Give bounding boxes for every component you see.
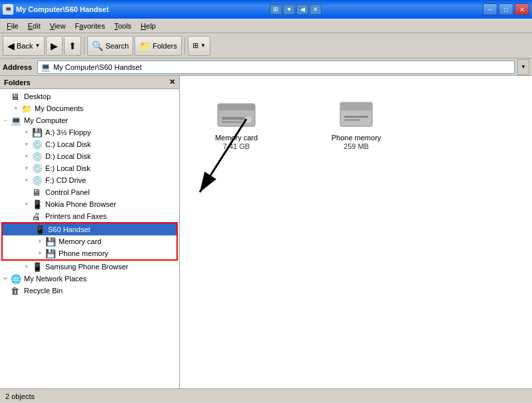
my-documents-label: My Documents <box>35 104 83 112</box>
forward-button[interactable]: ▶ <box>46 36 63 56</box>
svg-rect-9 <box>344 116 368 118</box>
menu-bar: File Edit View Favorites Tools Help <box>0 19 532 33</box>
views-dropdown-icon: ▼ <box>200 43 206 49</box>
c-drive-icon: 💿 <box>32 140 44 150</box>
sidebar-item-my-network[interactable]: + 🌐 My Network Places <box>0 273 179 285</box>
extra-btn-1[interactable]: ⊞ <box>270 4 282 15</box>
my-documents-icon: 📁 <box>21 104 33 114</box>
expander-phone-memory: + <box>35 250 45 257</box>
d-drive-label: D:) Local Disk <box>45 152 91 160</box>
expander-d-drive: + <box>21 153 32 160</box>
address-dropdown[interactable]: ▼ <box>517 59 529 75</box>
phone-memory-drive-icon <box>335 98 378 130</box>
phone-memory-svg <box>335 98 378 130</box>
sidebar-item-nokia-browser[interactable]: + 📱 Nokia Phone Browser <box>0 198 179 210</box>
status-bar: 2 objects <box>0 388 532 403</box>
sidebar-item-c-drive[interactable]: + 💿 C:) Local Disk <box>0 138 179 150</box>
sidebar-header: Folders ✕ <box>0 76 179 89</box>
views-button[interactable]: ⊞ ▼ <box>188 36 210 56</box>
file-item-memory-card[interactable]: Memory card 7,41 GB <box>206 96 266 153</box>
content-inner: Memory card 7,41 GB Phone memory 259 MB <box>180 76 532 166</box>
menu-edit[interactable]: Edit <box>24 21 45 31</box>
extra-btn-3[interactable]: ◀ <box>296 4 308 15</box>
toolbar-sep-1 <box>84 37 85 55</box>
back-button[interactable]: ◀ Back ▼ <box>3 36 45 56</box>
c-drive-label: C:) Local Disk <box>45 140 91 148</box>
sidebar-item-floppy[interactable]: + 💾 A:) 3½ Floppy <box>0 126 179 138</box>
expander-f-drive: + <box>21 177 32 184</box>
expander-floppy: + <box>21 129 32 136</box>
back-dropdown-icon: ▼ <box>35 43 40 49</box>
expander-s60: − <box>24 226 35 233</box>
back-label: Back <box>17 42 33 50</box>
file-item-phone-memory[interactable]: Phone memory 259 MB <box>326 96 386 153</box>
sidebar-item-recycle-bin[interactable]: 🗑 Recycle Bin <box>0 285 179 297</box>
svg-rect-8 <box>340 102 372 110</box>
window-title: My Computer\S60 Handset <box>16 5 109 13</box>
sidebar-title: Folders <box>4 78 31 86</box>
up-button[interactable]: ⬆ <box>64 36 81 56</box>
menu-favorites[interactable]: Favorites <box>71 21 109 31</box>
sidebar-item-my-computer[interactable]: − 💻 My Computer <box>0 114 179 126</box>
svg-rect-3 <box>218 104 255 110</box>
printers-icon: 🖨 <box>32 211 44 221</box>
expander-samsung-browser: + <box>21 263 32 270</box>
title-bar-left: 💻 My Computer\S60 Handset <box>3 4 109 15</box>
up-icon: ⬆ <box>69 41 77 51</box>
content-area: Memory card 7,41 GB Phone memory 259 MB <box>180 76 532 388</box>
f-drive-icon: 💿 <box>32 176 44 186</box>
address-icon: 💻 <box>41 63 51 72</box>
sidebar-item-s60[interactable]: − 📱 S60 Handset <box>3 223 176 235</box>
menu-tools[interactable]: Tools <box>111 21 136 31</box>
memory-card-icon: 💾 <box>45 237 57 247</box>
address-bar: Address 💻 My Computer\S60 Handset ▼ <box>0 59 532 76</box>
expander-nokia-browser: + <box>21 201 32 207</box>
sidebar-item-phone-memory[interactable]: + 💾 Phone memory <box>3 247 176 259</box>
minimize-button[interactable]: ─ <box>483 3 497 15</box>
menu-help[interactable]: Help <box>136 21 160 31</box>
sidebar-item-samsung-browser[interactable]: + 📱 Samsung Phone Browser <box>0 261 179 273</box>
main-area: Folders ✕ 🖥 Desktop + 📁 My Documents − 💻… <box>0 76 532 388</box>
extra-btn-2[interactable]: ▼ <box>283 4 295 15</box>
address-label: Address <box>3 63 35 71</box>
close-button[interactable]: ✕ <box>515 3 529 15</box>
sidebar-item-desktop[interactable]: 🖥 Desktop <box>0 90 179 102</box>
s60-label: S60 Handset <box>48 225 91 233</box>
menu-file[interactable]: File <box>3 21 23 31</box>
sidebar-item-e-drive[interactable]: + 💿 E:) Local Disk <box>0 162 179 174</box>
search-button[interactable]: 🔍 Search <box>87 36 133 56</box>
address-input[interactable]: 💻 My Computer\S60 Handset <box>37 61 515 74</box>
search-label: Search <box>105 42 129 50</box>
menu-view[interactable]: View <box>46 21 70 31</box>
window-controls: ─ □ ✕ <box>483 3 529 15</box>
desktop-label: Desktop <box>24 92 51 100</box>
extra-btn-4[interactable]: ✕ <box>310 4 322 15</box>
expander-e-drive: + <box>21 165 32 172</box>
my-network-label: My Network Places <box>24 275 87 283</box>
e-drive-label: E:) Local Disk <box>45 164 91 172</box>
folders-button[interactable]: 📁 Folders <box>134 36 182 56</box>
sidebar-item-printers[interactable]: 🖨 Printers and Faxes <box>0 210 179 222</box>
sidebar-item-f-drive[interactable]: + 💿 F:) CD Drive <box>0 174 179 186</box>
sidebar-item-my-documents[interactable]: + 📁 My Documents <box>0 102 179 114</box>
svg-rect-10 <box>344 119 360 121</box>
expander-my-docs: + <box>11 105 21 112</box>
phone-memory-label: Phone memory <box>59 249 109 257</box>
svg-rect-5 <box>222 121 242 123</box>
expander-memory-card: + <box>35 238 45 245</box>
back-icon: ◀ <box>7 41 15 51</box>
sidebar: Folders ✕ 🖥 Desktop + 📁 My Documents − 💻… <box>0 76 180 388</box>
toolbar-sep-2 <box>184 37 185 55</box>
phone-memory-content-size: 259 MB <box>344 142 369 150</box>
nokia-browser-icon: 📱 <box>32 200 44 209</box>
memory-card-content-label: Memory card <box>213 133 260 142</box>
sidebar-close-button[interactable]: ✕ <box>169 78 175 86</box>
expander-c-drive: + <box>21 141 32 148</box>
status-objects: 2 objects <box>5 392 35 400</box>
sidebar-item-memory-card[interactable]: + 💾 Memory card <box>3 235 176 247</box>
sidebar-item-control-panel[interactable]: 🖥 Control Panel <box>0 186 179 198</box>
control-panel-icon: 🖥 <box>32 188 44 198</box>
sidebar-item-d-drive[interactable]: + 💿 D:) Local Disk <box>0 150 179 162</box>
sidebar-content: 🖥 Desktop + 📁 My Documents − 💻 My Comput… <box>0 89 179 388</box>
maximize-button[interactable]: □ <box>499 3 513 15</box>
